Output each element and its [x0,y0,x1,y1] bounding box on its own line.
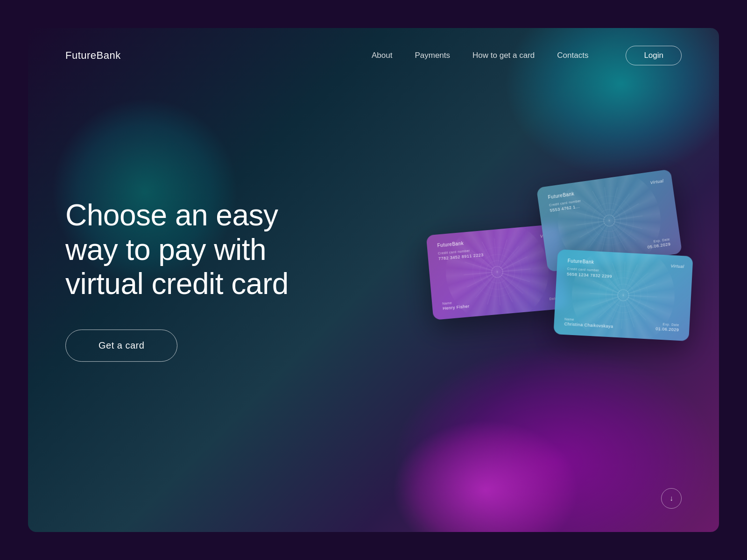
cards-area: FutureBank Virtual Credit card number 55… [430,178,691,374]
nav-item-how-to-get[interactable]: How to get a card [472,51,535,60]
card3-type: Virtual [670,264,684,269]
login-button[interactable]: Login [626,46,682,65]
nav-link-how-to-get[interactable]: How to get a card [472,51,535,60]
credit-card-3: FutureBank Virtual Credit card number 56… [553,249,693,341]
navbar: FutureBank About Payments How to get a c… [28,28,719,83]
page-wrapper: FutureBank About Payments How to get a c… [28,28,719,532]
nav-links: About Payments How to get a card Contact… [372,51,588,60]
hero-title: Choose an easy way to pay with virtual c… [65,198,327,301]
nav-item-about[interactable]: About [372,51,392,60]
nav-item-payments[interactable]: Payments [415,51,450,60]
hero-section: Choose an easy way to pay with virtual c… [65,198,327,362]
nav-link-contacts[interactable]: Contacts [557,51,588,60]
svg-line-19 [482,239,513,304]
card1-expiry: Exp. Date 05.08.2029 [647,238,671,250]
logo: FutureBank [65,49,121,62]
get-card-button[interactable]: Get a card [65,329,177,362]
card1-type: Virtual [650,179,664,185]
card3-expiry: Exp. Date 01.06.2029 [655,322,679,332]
card3-exp-label: Exp. Date [656,322,679,327]
nav-link-about[interactable]: About [372,51,392,60]
svg-line-7 [592,188,626,253]
bg-glow-pink [392,420,579,532]
nav-link-payments[interactable]: Payments [415,51,450,60]
scroll-indicator[interactable]: ↓ [661,488,682,509]
scroll-down-icon: ↓ [669,495,673,502]
nav-item-contacts[interactable]: Contacts [557,51,588,60]
card3-exp-date: 01.06.2029 [655,326,679,332]
